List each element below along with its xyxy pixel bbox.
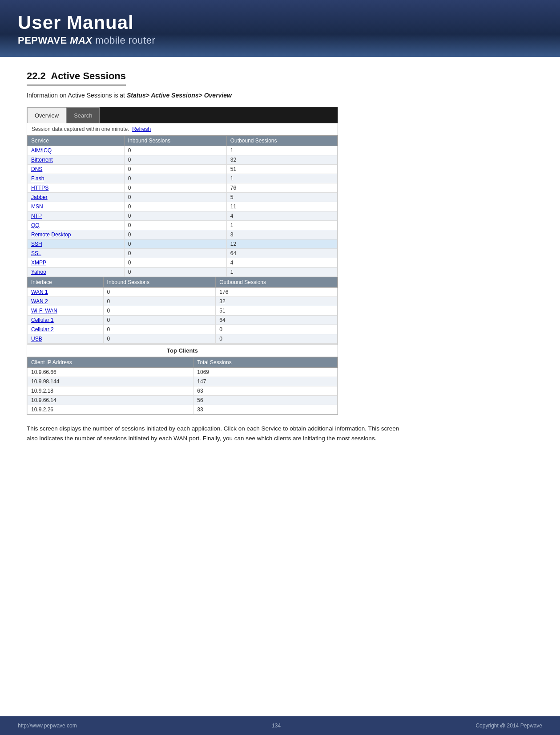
- client-row: 10.9.2.18 63: [28, 386, 338, 396]
- service-row: AIM/ICQ 0 1: [28, 146, 338, 155]
- client-sessions: 56: [193, 396, 338, 405]
- interface-row: USB 0 0: [28, 334, 338, 344]
- interface-col-header: Interface: [28, 277, 104, 288]
- interface-link[interactable]: Cellular 2: [31, 326, 54, 333]
- client-row: 10.9.2.26 33: [28, 405, 338, 414]
- service-outbound: 1: [226, 221, 337, 230]
- service-link[interactable]: XMPP: [31, 260, 46, 266]
- service-row: NTP 0 4: [28, 211, 338, 221]
- service-link[interactable]: QQ: [31, 222, 40, 228]
- service-link[interactable]: MSN: [31, 203, 43, 210]
- interface-link[interactable]: Wi-Fi WAN: [31, 308, 57, 314]
- service-name: QQ: [28, 221, 125, 230]
- service-name: XMPP: [28, 258, 125, 268]
- service-inbound: 0: [124, 174, 226, 183]
- service-row: Jabber 0 5: [28, 193, 338, 202]
- service-name: DNS: [28, 165, 125, 174]
- service-name: SSH: [28, 240, 125, 249]
- service-row: SSL 0 64: [28, 249, 338, 258]
- tabs-bar: Overview Search: [27, 107, 338, 123]
- service-inbound: 0: [124, 221, 226, 230]
- client-sessions: 63: [193, 386, 338, 396]
- service-link[interactable]: Remote Desktop: [31, 231, 71, 238]
- service-row: Yahoo 0 1: [28, 268, 338, 277]
- interface-link[interactable]: WAN 1: [31, 289, 48, 295]
- tab-search[interactable]: Search: [66, 107, 100, 123]
- service-row: Remote Desktop 0 3: [28, 230, 338, 240]
- interface-link[interactable]: Cellular 1: [31, 317, 54, 323]
- service-outbound: 4: [226, 258, 337, 268]
- interface-link[interactable]: WAN 2: [31, 298, 48, 305]
- interface-inbound-col-header: Inbound Sessions: [103, 277, 216, 288]
- session-info: Session data captured within one minute.…: [27, 123, 338, 135]
- service-link[interactable]: Jabber: [31, 194, 48, 200]
- service-outbound: 1: [226, 268, 337, 277]
- outbound-col-header: Outbound Sessions: [226, 136, 337, 146]
- client-ip: 10.9.66.14: [28, 396, 193, 405]
- interface-inbound: 0: [103, 306, 216, 316]
- refresh-link[interactable]: Refresh: [132, 126, 151, 132]
- description-text: This screen displays the number of sessi…: [27, 424, 409, 443]
- interface-outbound: 176: [216, 288, 338, 297]
- client-row: 10.9.98.144 147: [28, 377, 338, 386]
- service-row: DNS 0 51: [28, 165, 338, 174]
- service-col-header: Service: [28, 136, 125, 146]
- client-ip: 10.9.2.26: [28, 405, 193, 414]
- service-name: NTP: [28, 211, 125, 221]
- service-outbound: 12: [226, 240, 337, 249]
- client-row: 10.9.66.14 56: [28, 396, 338, 405]
- interface-inbound: 0: [103, 325, 216, 334]
- service-inbound: 0: [124, 146, 226, 155]
- service-inbound: 0: [124, 211, 226, 221]
- interface-outbound: 51: [216, 306, 338, 316]
- client-row: 10.9.66.66 1069: [28, 368, 338, 377]
- service-link[interactable]: DNS: [31, 166, 42, 172]
- manual-subtitle: PEPWAVE MAX mobile router: [18, 35, 542, 46]
- service-link[interactable]: Flash: [31, 175, 44, 182]
- interface-table-header-row: Interface Inbound Sessions Outbound Sess…: [28, 277, 338, 288]
- service-name: Bittorrent: [28, 155, 125, 165]
- service-link[interactable]: SSL: [31, 250, 41, 256]
- tab-overview[interactable]: Overview: [27, 107, 66, 123]
- service-link[interactable]: HTTPS: [31, 185, 48, 191]
- service-link[interactable]: SSH: [31, 241, 42, 247]
- service-outbound: 4: [226, 211, 337, 221]
- service-inbound: 0: [124, 193, 226, 202]
- interface-name: WAN 1: [28, 288, 104, 297]
- service-outbound: 3: [226, 230, 337, 240]
- service-outbound: 5: [226, 193, 337, 202]
- interface-row: Cellular 2 0 0: [28, 325, 338, 334]
- service-outbound: 51: [226, 165, 337, 174]
- footer-url: http://www.pepwave.com: [18, 723, 77, 729]
- service-inbound: 0: [124, 268, 226, 277]
- section-title: 22.2 Active Sessions: [27, 70, 126, 85]
- service-name: AIM/ICQ: [28, 146, 125, 155]
- service-link[interactable]: Yahoo: [31, 269, 46, 275]
- service-row: QQ 0 1: [28, 221, 338, 230]
- inbound-col-header: Inbound Sessions: [124, 136, 226, 146]
- service-row: SSH 0 12: [28, 240, 338, 249]
- top-clients-header: Top Clients: [27, 344, 338, 357]
- client-sessions: 1069: [193, 368, 338, 377]
- interface-inbound: 0: [103, 297, 216, 306]
- brand-max: MAX: [70, 35, 92, 46]
- service-link[interactable]: AIM/ICQ: [31, 147, 52, 154]
- service-link[interactable]: NTP: [31, 213, 42, 219]
- interface-name: Cellular 1: [28, 316, 104, 325]
- client-ip-col-header: Client IP Address: [28, 357, 193, 368]
- service-inbound: 0: [124, 165, 226, 174]
- interface-link[interactable]: USB: [31, 336, 42, 342]
- footer-copyright: Copyright @ 2014 Pepwave: [475, 723, 542, 729]
- service-name: Remote Desktop: [28, 230, 125, 240]
- service-inbound: 0: [124, 258, 226, 268]
- service-inbound: 0: [124, 240, 226, 249]
- interface-row: WAN 2 0 32: [28, 297, 338, 306]
- service-name: Yahoo: [28, 268, 125, 277]
- client-sessions: 147: [193, 377, 338, 386]
- client-ip: 10.9.66.66: [28, 368, 193, 377]
- service-table-header-row: Service Inbound Sessions Outbound Sessio…: [28, 136, 338, 146]
- interface-outbound: 0: [216, 334, 338, 344]
- interface-outbound-col-header: Outbound Sessions: [216, 277, 338, 288]
- service-link[interactable]: Bittorrent: [31, 157, 53, 163]
- interface-inbound: 0: [103, 316, 216, 325]
